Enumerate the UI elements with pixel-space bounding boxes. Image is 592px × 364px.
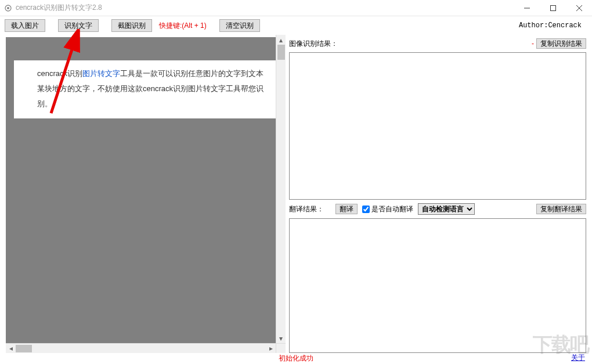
sample-line1-pre: cencrack识别 xyxy=(37,69,82,78)
translate-result-label: 翻译结果： xyxy=(289,204,324,214)
translate-button[interactable]: 翻译 xyxy=(335,204,358,214)
auto-translate-label: 是否自动翻译 xyxy=(371,204,413,214)
close-button[interactable] xyxy=(566,0,592,16)
sample-link[interactable]: 图片转文字 xyxy=(82,69,120,78)
svg-rect-3 xyxy=(550,6,555,11)
ocr-dash: - xyxy=(532,39,534,48)
ocr-result-textarea[interactable] xyxy=(289,52,586,200)
window-title: cencrack识别图片转文字2.8 xyxy=(16,3,102,13)
author-label: Author:Cencrack xyxy=(519,21,582,30)
image-pane: cencrack识别图片转文字工具是一款可以识别任意图片的文字到文本 某块地方的… xyxy=(0,35,286,353)
copy-translate-button[interactable]: 复制翻译结果 xyxy=(536,204,586,214)
sample-text: cencrack识别图片转文字工具是一款可以识别任意图片的文字到文本 某块地方的… xyxy=(14,60,276,118)
scroll-up-icon[interactable]: ▴ xyxy=(276,35,286,45)
image-viewport[interactable]: cencrack识别图片转文字工具是一款可以识别任意图片的文字到文本 某块地方的… xyxy=(6,37,276,343)
svg-point-1 xyxy=(7,7,9,9)
translate-result-textarea[interactable] xyxy=(289,218,586,353)
main-area: cencrack识别图片转文字工具是一款可以识别任意图片的文字到文本 某块地方的… xyxy=(0,35,592,353)
language-select[interactable]: 自动检测语言 xyxy=(418,203,475,215)
titlebar: cencrack识别图片转文字2.8 xyxy=(0,0,592,16)
horizontal-scrollbar[interactable]: ◂ ▸ xyxy=(6,343,276,353)
right-pane: 图像识别结果： - 复制识别结果 翻译结果： 翻译 是否自动翻译 自动检测语言 … xyxy=(286,35,592,353)
load-image-button[interactable]: 载入图片 xyxy=(5,19,45,32)
sample-line1-post: 工具是一款可以识别任意图片的文字到文本 xyxy=(120,69,263,78)
window-controls xyxy=(514,0,592,16)
minimize-button[interactable] xyxy=(514,0,540,16)
hscroll-thumb[interactable] xyxy=(16,345,32,352)
auto-translate-checkbox[interactable] xyxy=(362,206,370,213)
about-link[interactable]: 关于 xyxy=(571,353,585,363)
hotkey-label: 快捷键:(Alt + 1) xyxy=(159,21,207,31)
screenshot-recognize-button[interactable]: 截图识别 xyxy=(111,19,152,32)
ocr-header: 图像识别结果： - 复制识别结果 xyxy=(289,38,586,49)
vertical-scrollbar[interactable]: ▴ ▾ xyxy=(276,35,286,343)
translate-header: 翻译结果： 翻译 是否自动翻译 自动检测语言 复制翻译结果 xyxy=(289,203,586,215)
clear-recognition-button[interactable]: 清空识别 xyxy=(219,19,260,32)
ocr-result-label: 图像识别结果： xyxy=(289,39,338,49)
vscroll-thumb[interactable] xyxy=(277,45,285,60)
scroll-right-icon[interactable]: ▸ xyxy=(266,344,276,354)
scrollbar-corner xyxy=(276,343,286,353)
toolbar: 载入图片 识别文字 截图识别 快捷键:(Alt + 1) 清空识别 Author… xyxy=(0,16,592,35)
scroll-down-icon[interactable]: ▾ xyxy=(276,333,286,343)
copy-ocr-button[interactable]: 复制识别结果 xyxy=(536,38,586,49)
app-icon xyxy=(3,3,13,13)
recognize-text-button[interactable]: 识别文字 xyxy=(58,19,99,32)
status-bar: 初始化成功 xyxy=(0,352,592,364)
scroll-left-icon[interactable]: ◂ xyxy=(6,344,16,354)
status-message: 初始化成功 xyxy=(279,354,313,363)
sample-line2: 某块地方的文字，不妨使用这款cencrack识别图片转文字工具帮您识别。 xyxy=(37,81,272,111)
auto-translate-checkbox-wrap[interactable]: 是否自动翻译 xyxy=(362,204,413,214)
maximize-button[interactable] xyxy=(540,0,566,16)
